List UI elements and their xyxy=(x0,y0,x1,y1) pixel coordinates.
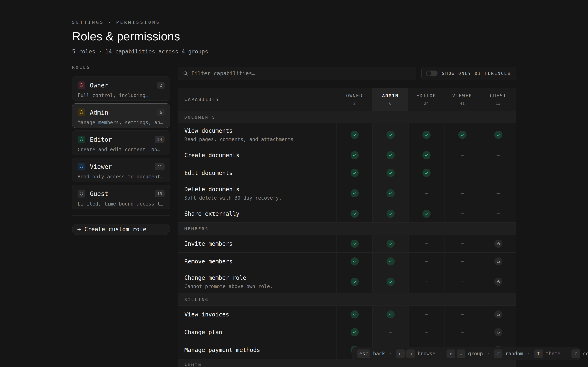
permission-cell-lock[interactable] xyxy=(480,253,516,270)
roles-section-label: ROLES xyxy=(72,65,170,70)
role-card-admin[interactable]: Admin6Manage members, settings, an… xyxy=(72,103,170,128)
role-count-badge: 2 xyxy=(157,82,164,89)
check-circle xyxy=(423,210,431,218)
permission-cell-none[interactable] xyxy=(372,323,408,341)
shortcut-label: group xyxy=(468,351,483,357)
lock-circle xyxy=(494,328,502,336)
filter-capabilities-box[interactable] xyxy=(178,67,416,80)
role-card-header: Viewer41 xyxy=(78,163,164,170)
not-allowed-dash xyxy=(461,332,464,333)
capability-row[interactable]: Edit documents xyxy=(178,164,516,182)
capability-row[interactable]: Invite members xyxy=(178,235,516,252)
permission-cell-check[interactable] xyxy=(408,123,444,146)
create-custom-role-button[interactable]: + Create custom role xyxy=(72,224,170,235)
matrix-column-header-owner[interactable]: OWNER2 xyxy=(337,88,372,111)
permission-cell-check[interactable] xyxy=(372,235,408,252)
capability-cell: Remove members xyxy=(178,253,337,270)
permission-cell-lock[interactable] xyxy=(480,306,516,323)
permission-cell-check[interactable] xyxy=(372,306,408,323)
toggle-switch[interactable] xyxy=(426,71,438,76)
capability-row[interactable]: Remove members xyxy=(178,252,516,270)
role-card-viewer[interactable]: Viewer41Read-only access to document… xyxy=(72,158,170,182)
check-icon xyxy=(496,133,501,137)
permission-cell-none[interactable] xyxy=(480,205,516,222)
capability-row[interactable]: View documentsRead pages, comments, and … xyxy=(178,123,516,146)
matrix-column-header-editor[interactable]: EDITOR24 xyxy=(408,88,444,111)
permission-cell-none[interactable] xyxy=(480,146,516,164)
role-card-editor[interactable]: Editor24Create and edit content. No… xyxy=(72,131,170,155)
permission-cell-none[interactable] xyxy=(444,235,480,252)
role-card-guest[interactable]: Guest13Limited, time-bound access t… xyxy=(72,185,170,209)
permission-cell-check[interactable] xyxy=(372,164,408,182)
filter-capabilities-input[interactable] xyxy=(191,70,412,76)
permission-cell-none[interactable] xyxy=(444,306,480,323)
permission-cell-check[interactable] xyxy=(408,146,444,164)
shield-icon xyxy=(78,163,85,170)
role-description: Limited, time-bound access t… xyxy=(78,201,164,207)
shield-icon xyxy=(78,108,85,116)
permission-cell-none[interactable] xyxy=(408,182,444,205)
permission-cell-check[interactable] xyxy=(408,205,444,222)
shortcut-separator: · xyxy=(389,351,392,357)
permission-cell-lock[interactable] xyxy=(480,323,516,341)
permission-cell-lock[interactable] xyxy=(480,235,516,252)
role-card-owner[interactable]: Owner2Full control, including… xyxy=(72,76,170,101)
permission-cell-none[interactable] xyxy=(444,323,480,341)
permission-cell-check[interactable] xyxy=(337,235,372,252)
shortcut-label: browse xyxy=(418,351,435,357)
permission-cell-none[interactable] xyxy=(444,182,480,205)
permission-cell-none[interactable] xyxy=(480,182,516,205)
check-icon xyxy=(388,133,393,137)
shield-icon xyxy=(79,83,84,88)
permission-cell-none[interactable] xyxy=(408,253,444,270)
matrix-column-header-admin[interactable]: ADMIN6 xyxy=(372,88,408,111)
capability-row[interactable]: Change plan xyxy=(178,323,516,341)
capability-cell: Create documents xyxy=(178,146,337,164)
capability-row[interactable]: View invoices xyxy=(178,305,516,323)
permission-cell-none[interactable] xyxy=(444,205,480,222)
permission-cell-check[interactable] xyxy=(337,323,372,341)
permission-cell-check[interactable] xyxy=(444,123,480,146)
check-icon xyxy=(424,153,429,157)
permission-cell-check[interactable] xyxy=(337,146,372,164)
permission-cell-none[interactable] xyxy=(444,253,480,270)
permission-cell-none[interactable] xyxy=(444,270,480,293)
permission-cell-check[interactable] xyxy=(372,182,408,205)
capability-row[interactable]: Change member roleCannot promote above o… xyxy=(178,270,516,293)
check-icon xyxy=(388,153,393,157)
permission-cell-check[interactable] xyxy=(372,205,408,222)
permission-cell-check[interactable] xyxy=(337,306,372,323)
permission-cell-none[interactable] xyxy=(480,164,516,182)
permission-cell-check[interactable] xyxy=(337,123,372,146)
permission-cell-none[interactable] xyxy=(408,235,444,252)
role-description: Read-only access to document… xyxy=(78,174,164,180)
permission-cell-check[interactable] xyxy=(480,123,516,146)
permission-cell-check[interactable] xyxy=(337,253,372,270)
role-card-header: Guest13 xyxy=(78,190,164,198)
matrix-column-header-guest[interactable]: GUEST13 xyxy=(480,88,516,111)
permission-cell-none[interactable] xyxy=(444,164,480,182)
permission-cell-check[interactable] xyxy=(372,270,408,293)
permission-cell-none[interactable] xyxy=(408,270,444,293)
check-icon xyxy=(388,259,393,264)
permission-cell-check[interactable] xyxy=(337,205,372,222)
permission-cell-check[interactable] xyxy=(372,146,408,164)
capability-row[interactable]: Share externally xyxy=(178,205,516,222)
permission-cell-check[interactable] xyxy=(408,164,444,182)
check-circle xyxy=(423,151,431,159)
permission-cell-check[interactable] xyxy=(372,123,408,146)
permission-cell-check[interactable] xyxy=(372,253,408,270)
permission-cell-none[interactable] xyxy=(408,323,444,341)
permission-cell-check[interactable] xyxy=(337,270,372,293)
permission-cell-none[interactable] xyxy=(444,146,480,164)
permission-cell-lock[interactable] xyxy=(480,270,516,293)
role-description: Manage members, settings, an… xyxy=(78,120,164,125)
capability-row[interactable]: Delete documentsSoft-delete with 30-day … xyxy=(178,182,516,205)
permission-cell-none[interactable] xyxy=(408,306,444,323)
permission-cell-check[interactable] xyxy=(337,182,372,205)
show-only-differences-toggle[interactable]: SHOW ONLY DIFFERENCES xyxy=(421,67,516,80)
capability-row[interactable]: Create documents xyxy=(178,146,516,164)
matrix-column-header-viewer[interactable]: VIEWER41 xyxy=(444,88,480,111)
not-allowed-dash xyxy=(425,314,428,315)
permission-cell-check[interactable] xyxy=(337,164,372,182)
